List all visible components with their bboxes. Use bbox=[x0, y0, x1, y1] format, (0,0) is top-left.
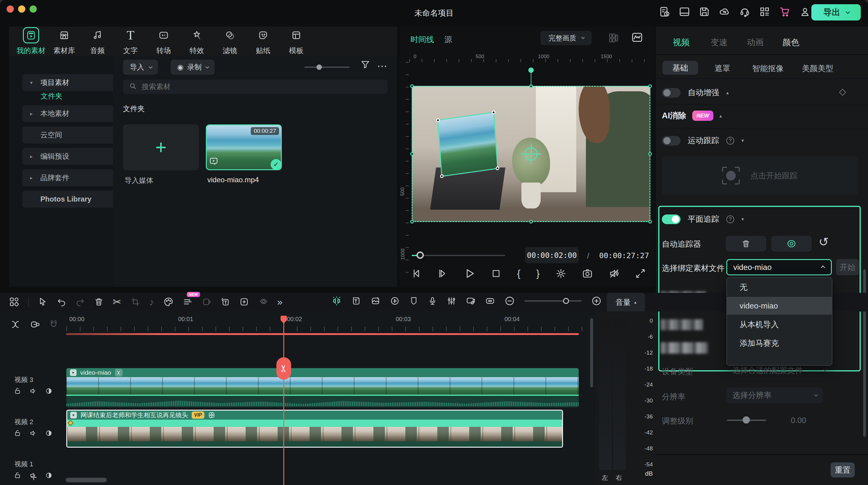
playback-settings-icon[interactable] bbox=[555, 268, 566, 279]
sidebar-item-presets[interactable]: ▸ 编辑预设 bbox=[22, 148, 118, 165]
mark-out-button[interactable]: } bbox=[536, 267, 539, 279]
playhead-line[interactable] bbox=[283, 318, 284, 485]
cloud-sync-icon[interactable] bbox=[718, 6, 731, 18]
motion-tracking-expand-icon[interactable]: ▾ bbox=[741, 138, 744, 143]
motion-tracking-toggle[interactable] bbox=[662, 136, 681, 146]
snapshot-icon[interactable] bbox=[582, 268, 593, 279]
subtab-smart-matting[interactable]: 智能抠像 bbox=[752, 63, 784, 74]
clip-webclass-selected[interactable]: 网课结束后老师和学生相互说再见镜头 VIP bbox=[66, 410, 563, 448]
laptop-screen-overlay[interactable] bbox=[437, 112, 498, 177]
sidebar-item-photos-library[interactable]: Photos Library bbox=[22, 191, 118, 207]
add-freeze-frame-icon[interactable] bbox=[239, 297, 249, 307]
planar-tracking-expand-icon[interactable]: ▾ bbox=[741, 216, 744, 222]
preview-scrubber-track[interactable] bbox=[412, 255, 505, 256]
search-input[interactable] bbox=[142, 83, 377, 91]
subtab-mask[interactable]: 遮罩 bbox=[715, 63, 730, 74]
link-tool-icon[interactable] bbox=[30, 319, 40, 329]
sidebar-item-cloud[interactable]: 云空间 bbox=[22, 127, 118, 143]
track-audio-icon[interactable] bbox=[30, 429, 37, 438]
previous-frame-button[interactable] bbox=[410, 268, 421, 279]
tab-audio[interactable]: 音频 bbox=[81, 27, 114, 56]
zoom-in-icon[interactable] bbox=[591, 296, 601, 306]
auto-enhance-toggle[interactable] bbox=[662, 88, 681, 98]
subtab-beauty[interactable]: 美颜美型 bbox=[802, 63, 833, 74]
sidebar-item-folder[interactable]: 文件夹 bbox=[41, 91, 62, 101]
cart-icon[interactable] bbox=[779, 6, 791, 18]
sidebar-item-project-media[interactable]: ▾ 项目素材 bbox=[22, 74, 118, 91]
keyframe-marker[interactable] bbox=[67, 420, 73, 426]
track-visibility-icon[interactable] bbox=[45, 472, 53, 480]
import-media-card[interactable]: + bbox=[123, 124, 199, 170]
thumbnail-size-knob[interactable] bbox=[316, 64, 322, 70]
clip-video-miao[interactable]: video-miao bbox=[66, 368, 579, 407]
playhead-scissors-badge[interactable]: ✂ bbox=[276, 357, 291, 380]
video-media-card[interactable]: 00:00:27 ✓ bbox=[206, 124, 282, 170]
timeline-zoom-knob[interactable] bbox=[563, 298, 569, 304]
tracker-reset-icon[interactable]: ↺ bbox=[818, 235, 829, 249]
text-to-speech-icon[interactable] bbox=[221, 297, 230, 307]
preview-tab-timeline[interactable]: 时间线 bbox=[410, 34, 434, 45]
tab-filters[interactable]: 滤镜 bbox=[213, 27, 247, 56]
tracker-delete-button[interactable] bbox=[726, 236, 766, 252]
layout-icon[interactable] bbox=[679, 6, 690, 18]
tab-transitions[interactable]: 转场 bbox=[147, 27, 180, 56]
quick-split-mode-icon[interactable] bbox=[332, 296, 342, 306]
sidebar-item-local-media[interactable]: ▸ 本地素材 bbox=[22, 105, 118, 122]
adjust-level-knob[interactable] bbox=[743, 416, 750, 424]
reset-button[interactable]: 重置 bbox=[831, 462, 855, 478]
project-history-icon[interactable] bbox=[659, 6, 670, 18]
tab-effects[interactable]: 特效 bbox=[180, 27, 213, 56]
screen-record-icon[interactable] bbox=[466, 296, 475, 306]
add-image-clip-icon[interactable] bbox=[371, 296, 380, 306]
smart-cut-icon[interactable]: NEW bbox=[183, 297, 193, 307]
inspector-tab-video[interactable]: 视频 bbox=[673, 37, 689, 48]
preview-tab-source[interactable]: 源 bbox=[444, 34, 452, 45]
tab-text[interactable]: T 文字 bbox=[114, 27, 147, 56]
apps-grid-icon[interactable] bbox=[759, 6, 770, 18]
stop-button[interactable] bbox=[491, 268, 501, 279]
export-button[interactable]: 导出 bbox=[811, 4, 861, 21]
zoom-out-icon[interactable] bbox=[504, 296, 515, 306]
crop-icon[interactable] bbox=[130, 297, 140, 307]
scopes-icon[interactable] bbox=[631, 31, 643, 43]
bind-material-dropdown[interactable]: video-miao bbox=[726, 259, 832, 275]
import-button[interactable]: 导入 bbox=[123, 60, 158, 75]
more-tools-icon[interactable]: » bbox=[277, 296, 283, 308]
record-button[interactable]: ◉ 录制 bbox=[170, 60, 215, 75]
magnet-tool-icon[interactable] bbox=[49, 319, 59, 329]
more-options-icon[interactable]: ⋯ bbox=[377, 60, 387, 72]
ai-removal-collapse-icon[interactable]: ▴ bbox=[719, 113, 722, 119]
redo-icon[interactable] bbox=[75, 297, 85, 307]
unlink-tool-icon[interactable] bbox=[10, 319, 21, 329]
keyframe-diamond-icon[interactable]: ◇ bbox=[839, 86, 846, 97]
account-icon[interactable] bbox=[799, 6, 811, 18]
add-track-button[interactable]: + bbox=[30, 471, 37, 484]
tracker-visibility-button[interactable] bbox=[771, 236, 812, 252]
marker-icon[interactable] bbox=[409, 296, 418, 305]
track-lock-icon[interactable] bbox=[14, 387, 21, 396]
track-lock-icon[interactable] bbox=[14, 429, 21, 438]
timeline-h-scrollbar[interactable] bbox=[66, 478, 107, 482]
timeline-zoom-slider[interactable] bbox=[524, 297, 582, 304]
ai-color-icon[interactable] bbox=[163, 297, 174, 307]
tab-templates[interactable]: 模板 bbox=[280, 27, 313, 56]
voice-change-icon[interactable] bbox=[202, 297, 212, 307]
support-headset-icon[interactable] bbox=[739, 6, 750, 18]
motion-tracking-help-icon[interactable]: ? bbox=[726, 137, 734, 144]
inspector-tab-speed[interactable]: 变速 bbox=[711, 37, 727, 48]
tab-my-media[interactable]: 我的素材 bbox=[14, 27, 48, 56]
fullscreen-icon[interactable] bbox=[635, 268, 646, 279]
mute-icon[interactable] bbox=[609, 268, 620, 279]
track-audio-icon[interactable] bbox=[30, 387, 37, 396]
split-scissors-icon[interactable]: ✂ bbox=[113, 296, 121, 308]
track-visibility-icon[interactable] bbox=[45, 429, 53, 438]
video-frame[interactable] bbox=[412, 86, 650, 222]
select-tool-icon[interactable] bbox=[38, 297, 48, 307]
timeline-ruler[interactable]: 00:00 00:01 00:02 00:03 00:04 bbox=[66, 316, 585, 332]
speed-control-icon[interactable] bbox=[390, 296, 400, 306]
filter-icon[interactable] bbox=[360, 59, 370, 70]
save-icon[interactable] bbox=[699, 6, 710, 18]
thumbnail-size-slider[interactable] bbox=[304, 67, 350, 68]
fit-timeline-icon[interactable] bbox=[485, 296, 495, 306]
preview-scrubber-knob[interactable] bbox=[416, 252, 424, 259]
